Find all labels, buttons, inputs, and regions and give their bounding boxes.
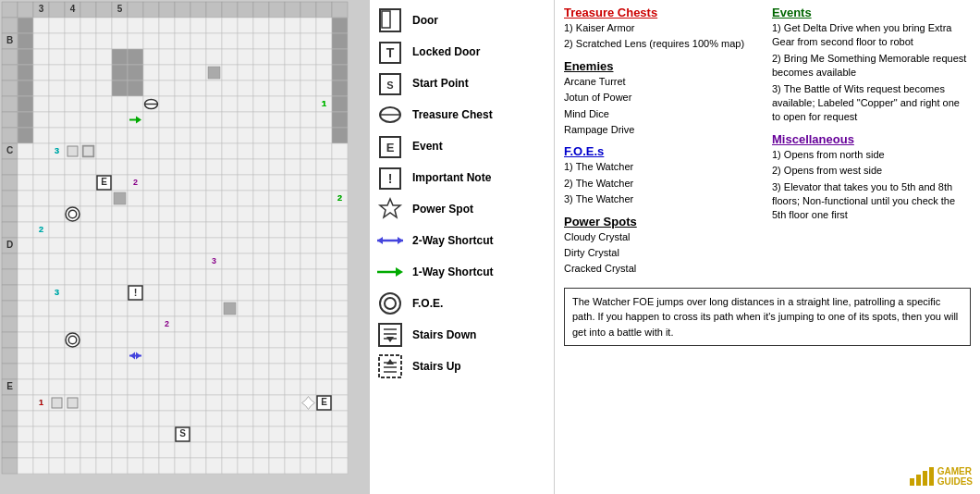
stairs-up-svg (377, 353, 403, 379)
logo-bar-4 (929, 467, 934, 486)
stairs-up-label: Stairs Up (412, 360, 461, 373)
events-item-1: 1) Get Delta Drive when you bring Extra … (772, 21, 971, 50)
enemies-item-1: Arcane Turret (564, 75, 763, 89)
door-icon (375, 7, 405, 33)
treasure-svg (377, 105, 403, 125)
power-svg (377, 196, 403, 222)
info-right-col: Events 1) Get Delta Drive when you bring… (772, 6, 971, 278)
2way-svg (375, 231, 405, 250)
power-spot-icon (375, 196, 405, 222)
info-note-box: The Watcher FOE jumps over long distance… (564, 288, 971, 347)
legend-2way-shortcut: 2-Way Shortcut (375, 228, 548, 253)
2way-shortcut-label: 2-Way Shortcut (412, 234, 494, 247)
treasure-chests-section: Treasure Chests 1) Kaiser Armor 2) Scrat… (564, 6, 763, 52)
foes-section: F.O.E.s 1) The Watcher 2) The Watcher 3)… (564, 144, 763, 206)
map-canvas (0, 0, 370, 494)
treasure-chest-label: Treasure Chest (412, 108, 493, 121)
legend-power-spot: Power Spot (375, 196, 548, 222)
events-title: Events (772, 6, 971, 19)
legend-treasure-chest: Treasure Chest (375, 102, 548, 128)
logo-bar-3 (923, 471, 927, 486)
svg-text:E: E (386, 141, 395, 154)
door-label: Door (412, 14, 438, 27)
1way-shortcut-label: 1-Way Shortcut (412, 266, 494, 278)
2way-shortcut-icon (375, 228, 405, 253)
enemies-item-3: Mind Dice (564, 107, 763, 121)
important-note-icon: ! (375, 165, 405, 191)
foe-label: F.O.E. (412, 297, 443, 310)
svg-text:!: ! (388, 171, 393, 186)
power-spots-section: Power Spots Cloudy Crystal Dirty Crystal… (564, 215, 763, 277)
svg-point-19 (385, 298, 396, 309)
stairs-down-icon (375, 322, 405, 348)
foes-title: F.O.E.s (564, 144, 763, 158)
events-section: Events 1) Get Delta Drive when you bring… (772, 6, 971, 125)
svg-marker-12 (380, 199, 400, 217)
legend-foe: F.O.E. (375, 290, 548, 316)
1way-svg (375, 263, 405, 281)
start-svg: S (377, 70, 403, 96)
event-label: Event (412, 140, 443, 153)
door-svg (377, 7, 403, 33)
power-spot-item-1: Cloudy Crystal (564, 230, 763, 244)
events-item-3: 3) The Battle of Wits request becomes av… (772, 82, 971, 125)
event-svg: E (377, 133, 403, 159)
power-spot-label: Power Spot (412, 203, 473, 216)
power-spot-item-2: Dirty Crystal (564, 246, 763, 260)
gamer-guides-logo: GAMERGUIDES (910, 466, 973, 487)
info-left-col: Treasure Chests 1) Kaiser Armor 2) Scrat… (564, 6, 763, 278)
foe-svg (377, 290, 403, 316)
foe-icon (375, 290, 405, 316)
events-item-2: 2) Bring Me Something Memorable request … (772, 52, 971, 80)
svg-marker-17 (396, 267, 403, 277)
svg-marker-14 (377, 237, 383, 244)
logo-bars (910, 467, 934, 486)
start-point-label: Start Point (412, 77, 469, 90)
treasure-chests-title: Treasure Chests (564, 6, 763, 19)
legend-area: Door T Locked Door S Start Point Treasur… (370, 0, 555, 494)
locked-door-icon: T (375, 39, 405, 65)
logo-bar-2 (916, 475, 921, 486)
svg-rect-25 (379, 355, 401, 377)
svg-rect-20 (379, 324, 401, 346)
treasure-chest-item-2: 2) Scratched Lens (requires 100% map) (564, 37, 763, 51)
1way-shortcut-icon (375, 259, 405, 285)
logo-text: GAMERGUIDES (937, 466, 973, 487)
legend-door: Door (375, 7, 548, 33)
foes-item-2: 2) The Watcher (564, 177, 763, 191)
power-spot-item-3: Cracked Crystal (564, 262, 763, 276)
treasure-chest-icon (375, 102, 405, 128)
legend-stairs-down: Stairs Down (375, 322, 548, 348)
enemies-item-2: Jotun of Power (564, 91, 763, 105)
enemies-item-4: Rampage Drive (564, 123, 763, 137)
legend-stairs-up: Stairs Up (375, 353, 548, 379)
misc-item-3: 3) Elevator that takes you to 5th and 8t… (772, 180, 971, 223)
stairs-down-svg (377, 322, 403, 348)
svg-marker-15 (398, 237, 403, 244)
legend-start-point: S Start Point (375, 70, 548, 96)
info-area: Treasure Chests 1) Kaiser Armor 2) Scrat… (555, 0, 980, 494)
misc-item-1: 1) Opens from north side (772, 148, 971, 162)
foes-item-3: 3) The Watcher (564, 192, 763, 206)
miscellaneous-title: Miscellaneous (772, 132, 971, 146)
legend-locked-door: T Locked Door (375, 39, 548, 65)
legend-important-note: ! Important Note (375, 165, 548, 191)
svg-rect-1 (382, 11, 390, 28)
map-area (0, 0, 370, 494)
event-icon: E (375, 133, 405, 159)
misc-item-2: 2) Opens from west side (772, 164, 971, 178)
info-top-section: Treasure Chests 1) Kaiser Armor 2) Scrat… (564, 6, 971, 278)
legend-1way-shortcut: 1-Way Shortcut (375, 259, 548, 285)
locked-door-label: Locked Door (412, 45, 480, 58)
power-spots-title: Power Spots (564, 215, 763, 228)
info-note-text: The Watcher FOE jumps over long distance… (572, 296, 958, 338)
foes-item-1: 1) The Watcher (564, 160, 763, 174)
legend-event: E Event (375, 133, 548, 159)
start-point-icon: S (375, 70, 405, 96)
enemies-section: Enemies Arcane Turret Jotun of Power Min… (564, 59, 763, 138)
logo-bar-1 (910, 478, 914, 486)
svg-text:T: T (386, 45, 395, 60)
enemies-title: Enemies (564, 59, 763, 73)
svg-text:S: S (386, 80, 393, 91)
stairs-down-label: Stairs Down (412, 328, 476, 341)
